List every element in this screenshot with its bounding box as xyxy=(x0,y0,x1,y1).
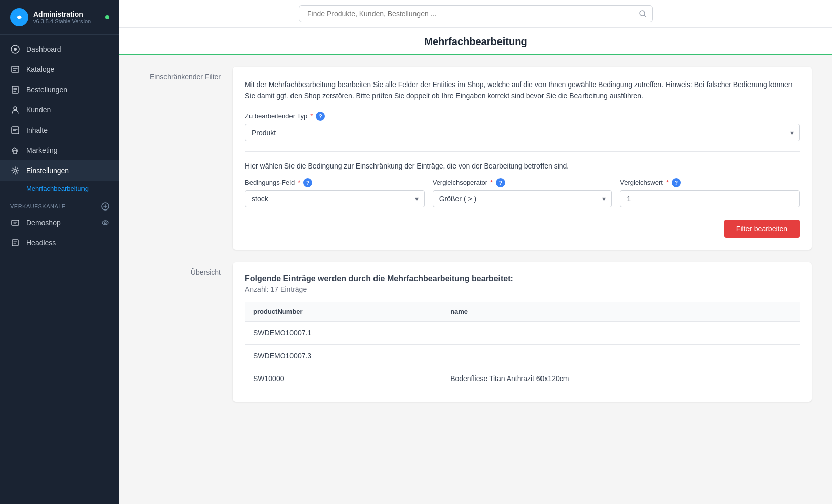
sidebar-item-kunden[interactable]: Kunden xyxy=(0,100,119,120)
table-row: SWDEMO10007.1 xyxy=(245,321,800,344)
table-row: SWDEMO10007.3 xyxy=(245,344,800,367)
svg-point-8 xyxy=(14,170,17,172)
sidebar-item-dashboard[interactable]: Dashboard xyxy=(0,39,119,59)
sidebar-item-inhalte[interactable]: Inhalte xyxy=(0,120,119,140)
catalog-icon xyxy=(10,64,20,74)
sidebar-channels-section: Verkaufskanäle xyxy=(0,196,119,213)
sidebar-nav: Dashboard Kataloge Bestellungen xyxy=(0,35,119,504)
dashboard-icon xyxy=(10,44,20,54)
required-star-compare: * xyxy=(666,179,669,186)
demoshop-label: Demoshop xyxy=(26,219,61,227)
svg-rect-6 xyxy=(12,127,19,134)
field-help-icon[interactable]: ? xyxy=(303,178,312,187)
channels-label: Verkaufskanäle xyxy=(10,203,66,209)
compare-input[interactable] xyxy=(620,190,800,207)
filter-card: Mit der Mehrfachbearbeitung bearbeiten S… xyxy=(233,67,812,250)
sidebar-item-bestellungen-label: Bestellungen xyxy=(26,86,67,94)
type-field-label: Zu bearbeitender Typ * ? xyxy=(245,112,800,121)
divider-1 xyxy=(245,151,800,152)
required-star-operator: * xyxy=(490,179,493,186)
required-star-field: * xyxy=(298,179,300,186)
overview-count: Anzahl: 17 Einträge xyxy=(245,285,800,293)
sidebar-item-kataloge[interactable]: Kataloge xyxy=(0,59,119,79)
cell-product-number: SW10000 xyxy=(245,367,442,390)
operator-select[interactable]: Größer ( > ) xyxy=(433,190,612,207)
add-channel-button[interactable] xyxy=(101,202,109,211)
sidebar-item-marketing[interactable]: Marketing xyxy=(0,140,119,160)
sidebar-item-einstellungen[interactable]: Einstellungen xyxy=(0,160,119,181)
svg-rect-7 xyxy=(14,150,17,154)
filter-description: Mit der Mehrfachbearbeitung bearbeiten S… xyxy=(245,79,800,102)
svg-point-5 xyxy=(14,107,17,110)
field-select-wrapper: stock xyxy=(245,190,425,207)
svg-rect-10 xyxy=(12,220,19,225)
sidebar: Administration v6.3.5.4 Stable Version D… xyxy=(0,0,119,504)
sidebar-item-headless[interactable]: Headless xyxy=(0,233,119,253)
sidebar-item-marketing-label: Marketing xyxy=(26,146,57,154)
content-icon xyxy=(10,125,20,135)
app-version: v6.3.5.4 Stable Version xyxy=(33,18,100,24)
marketing-icon xyxy=(10,145,20,155)
sidebar-item-kunden-label: Kunden xyxy=(26,106,51,114)
cell-product-number: SWDEMO10007.1 xyxy=(245,321,442,344)
page-title: Mehrfachbearbeitung xyxy=(132,36,820,54)
compare-field-label: Vergleichswert * ? xyxy=(620,178,800,187)
overview-table: productNumber name SWDEMO10007.1SWDEMO10… xyxy=(245,302,800,390)
customers-icon xyxy=(10,105,20,115)
type-select-wrapper: Produkt xyxy=(245,124,800,141)
sidebar-item-kataloge-label: Kataloge xyxy=(26,65,54,73)
svg-rect-3 xyxy=(12,66,19,72)
filter-section-label: Einschränkender Filter xyxy=(140,67,221,81)
sidebar-item-dashboard-label: Dashboard xyxy=(26,45,61,53)
search-icon xyxy=(639,10,647,18)
headless-label: Headless xyxy=(26,239,56,247)
field-field-label: Bedingungs-Feld * ? xyxy=(245,178,425,187)
operator-col: Vergleichsoperator * ? Größer ( > ) xyxy=(433,178,612,207)
condition-row: Bedingungs-Feld * ? stock Vergleichso xyxy=(245,178,800,207)
filter-button-area: Filter bearbeiten xyxy=(245,220,800,238)
svg-point-11 xyxy=(102,221,108,225)
overview-heading: Folgende Einträge werden durch die Mehrf… xyxy=(245,274,800,283)
operator-field-label: Vergleichsoperator * ? xyxy=(433,178,612,187)
svg-point-12 xyxy=(104,222,106,224)
type-select[interactable]: Produkt xyxy=(245,124,800,141)
operator-help-icon[interactable]: ? xyxy=(496,178,505,187)
sidebar-sub-item-mehrfachbearbeitung[interactable]: Mehrfachbearbeitung xyxy=(0,181,119,196)
overview-section-row: Übersicht Folgende Einträge werden durch… xyxy=(140,262,812,402)
cell-name xyxy=(442,321,800,344)
search-box xyxy=(299,5,653,22)
col-name: name xyxy=(442,302,800,322)
compare-col: Vergleichswert * ? xyxy=(620,178,800,207)
app-title: Administration xyxy=(33,10,100,18)
table-header-row: productNumber name xyxy=(245,302,800,322)
cell-name xyxy=(442,344,800,367)
status-indicator xyxy=(105,15,109,19)
cell-name: Bodenfliese Titan Anthrazit 60x120cm xyxy=(442,367,800,390)
required-star-type: * xyxy=(310,112,313,120)
orders-icon xyxy=(10,85,20,95)
field-col: Bedingungs-Feld * ? stock xyxy=(245,178,425,207)
demoshop-eye-icon[interactable] xyxy=(101,219,109,227)
field-select[interactable]: stock xyxy=(245,190,425,207)
page-header: Mehrfachbearbeitung xyxy=(119,28,832,55)
app-logo xyxy=(10,8,28,26)
search-input[interactable] xyxy=(299,5,653,22)
app-title-group: Administration v6.3.5.4 Stable Version xyxy=(33,10,100,24)
sidebar-item-einstellungen-label: Einstellungen xyxy=(26,166,69,175)
settings-icon xyxy=(10,165,20,176)
main-content: Mehrfachbearbeitung Einschränkender Filt… xyxy=(119,0,832,504)
compare-help-icon[interactable]: ? xyxy=(672,178,681,187)
type-help-icon[interactable]: ? xyxy=(316,112,325,121)
condition-text: Hier wählen Sie die Bedingung zur Einsch… xyxy=(245,162,800,170)
sidebar-item-bestellungen[interactable]: Bestellungen xyxy=(0,79,119,100)
overview-section-label: Übersicht xyxy=(140,262,221,276)
overview-table-wrapper: productNumber name SWDEMO10007.1SWDEMO10… xyxy=(245,302,800,390)
svg-rect-13 xyxy=(12,240,18,246)
filter-button[interactable]: Filter bearbeiten xyxy=(724,220,800,238)
sidebar-item-demoshop[interactable]: Demoshop xyxy=(0,213,119,233)
topbar xyxy=(119,0,832,28)
svg-point-2 xyxy=(14,48,17,51)
sidebar-header: Administration v6.3.5.4 Stable Version xyxy=(0,0,119,35)
filter-section-row: Einschränkender Filter Mit der Mehrfachb… xyxy=(140,67,812,250)
headless-icon xyxy=(10,238,20,248)
